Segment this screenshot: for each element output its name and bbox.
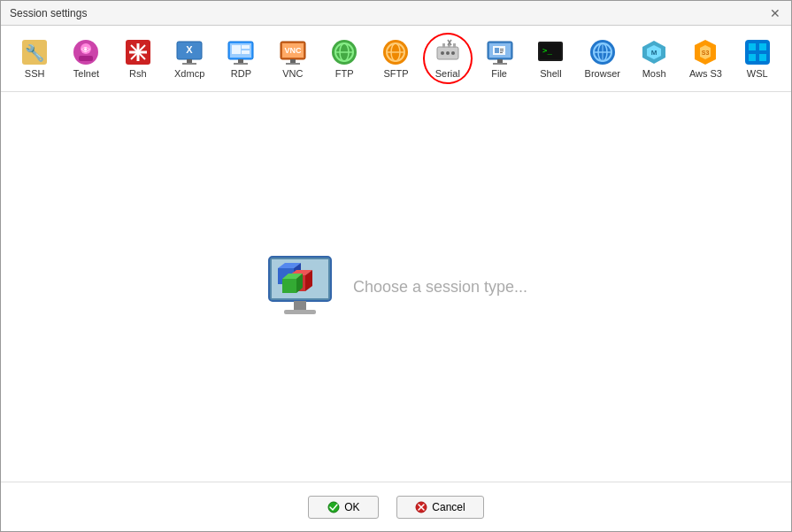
shell-label: Shell [540,68,561,79]
svg-text:🔧: 🔧 [25,43,45,63]
svg-point-37 [446,51,450,55]
session-icon-shell[interactable]: >_ Shell [526,33,575,84]
session-toolbar: 🔧 SSH 👁 Telnet [1,26,791,92]
rdp-label: RDP [231,68,251,79]
browser-label: Browser [585,68,620,79]
svg-rect-21 [242,50,250,54]
svg-text:X: X [186,44,193,55]
svg-rect-39 [442,43,445,48]
main-content: Choose a session type... [1,92,791,482]
svg-rect-47 [493,63,507,65]
svg-rect-51 [500,50,504,51]
mosh-icon: M [640,38,668,66]
svg-rect-69 [759,43,766,50]
svg-text:>_: >_ [542,46,552,55]
svg-rect-71 [759,54,766,61]
session-type-illustration [265,252,335,321]
placeholder-text: Choose a session type... [353,278,527,297]
shell-icon: >_ [536,38,565,66]
session-icon-rsh[interactable]: Rsh [113,33,163,84]
svg-rect-5 [79,56,93,61]
session-icon-sftp[interactable]: SFTP [371,33,420,84]
wsl-icon [743,38,772,66]
svg-text:M: M [651,49,657,57]
svg-rect-12 [187,59,192,63]
window-title: Session settings [10,7,87,19]
session-icon-xdmcp[interactable]: X Xdmcp [165,33,214,84]
vnc-icon: VNC [279,38,307,66]
svg-rect-74 [294,301,306,310]
xdmcp-label: Xdmcp [174,68,204,79]
sftp-label: SFTP [383,68,408,79]
ok-label: OK [344,501,359,513]
cancel-label: Cancel [432,501,465,513]
awss3-icon: S3 [691,38,719,66]
rsh-label: Rsh [129,68,147,79]
session-icon-serial[interactable]: Serial [423,33,473,84]
session-icon-mosh[interactable]: M Mosh [629,33,679,84]
svg-rect-46 [497,59,503,63]
ssh-icon: 🔧 [20,38,49,66]
svg-rect-24 [290,59,296,63]
telnet-icon: 👁 [72,38,100,66]
session-icon-file[interactable]: File [474,33,524,84]
xdmcp-icon: X [175,38,204,66]
svg-text:VNC: VNC [284,46,302,55]
session-icon-telnet[interactable]: 👁 Telnet [61,33,111,84]
svg-rect-52 [500,52,503,53]
cancel-icon [415,501,427,513]
footer: OK Cancel [1,482,791,531]
session-icon-ssh[interactable]: 🔧 SSH [10,33,59,84]
rsh-icon [124,38,152,66]
serial-icon [434,38,462,66]
svg-rect-70 [749,54,756,61]
svg-rect-75 [284,310,316,314]
file-label: File [491,68,507,79]
ok-button[interactable]: OK [308,496,379,519]
title-bar: Session settings ✕ [1,1,791,26]
svg-rect-50 [500,49,504,50]
close-button[interactable]: ✕ [768,6,782,20]
wsl-label: WSL [747,68,768,79]
ftp-icon [330,38,358,66]
session-icon-awss3[interactable]: S3 Aws S3 [681,33,730,84]
svg-rect-41 [453,43,456,48]
svg-rect-13 [182,63,196,65]
cancel-button[interactable]: Cancel [396,496,483,519]
file-icon [485,38,513,66]
svg-rect-82 [282,279,296,293]
svg-rect-19 [232,45,241,54]
svg-rect-25 [286,63,300,65]
sftp-icon [381,38,410,66]
session-icon-vnc[interactable]: VNC VNC [268,33,318,84]
svg-rect-49 [495,48,499,53]
svg-point-38 [451,51,455,55]
ssh-label: SSH [25,68,45,79]
placeholder-area: Choose a session type... [265,252,527,321]
svg-point-36 [441,51,444,55]
svg-rect-18 [234,63,248,65]
svg-text:👁: 👁 [81,45,90,55]
ftp-label: FTP [335,68,354,79]
session-settings-window: Session settings ✕ 🔧 SSH 👁 [0,0,792,532]
serial-label: Serial [435,68,460,79]
svg-rect-20 [242,45,250,49]
session-icon-wsl[interactable]: WSL [733,33,782,84]
mosh-label: Mosh [642,68,666,79]
rdp-icon [227,38,255,66]
svg-rect-17 [238,59,243,63]
svg-text:S3: S3 [702,50,710,56]
vnc-label: VNC [282,68,303,79]
browser-icon [588,38,617,66]
session-icon-rdp[interactable]: RDP [216,33,265,84]
awss3-label: Aws S3 [689,68,722,79]
session-icon-ftp[interactable]: FTP [319,33,369,84]
telnet-label: Telnet [73,68,99,79]
ok-icon [327,501,340,513]
svg-rect-68 [749,43,756,50]
session-icon-browser[interactable]: Browser [578,33,627,84]
